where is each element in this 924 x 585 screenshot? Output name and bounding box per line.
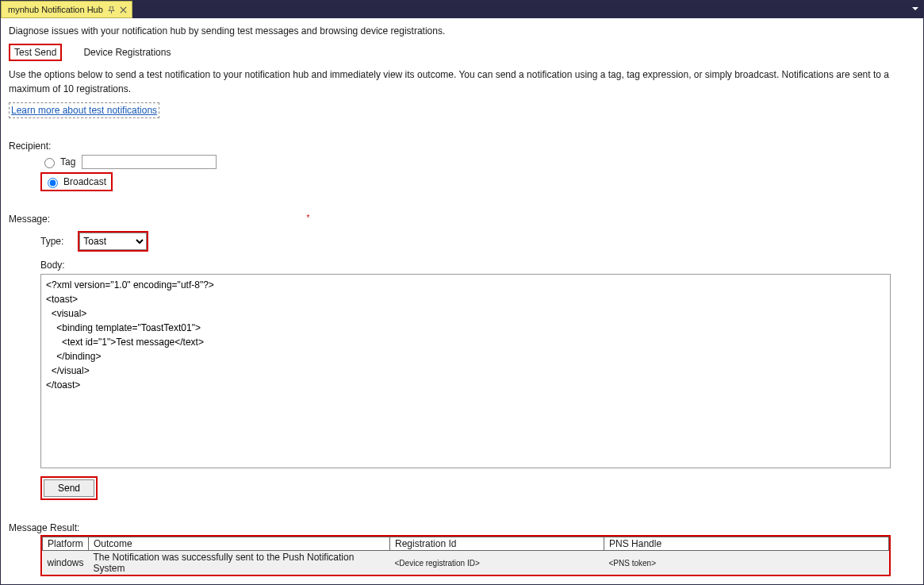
- message-body-textarea[interactable]: [40, 274, 891, 468]
- message-type-select[interactable]: Toast: [79, 233, 147, 250]
- cell-pns-handle: <PNS token>: [604, 551, 889, 575]
- send-button[interactable]: Send: [44, 479, 94, 497]
- title-bar: mynhub Notification Hub: [1, 1, 923, 18]
- result-table: Platform Outcome Registration Id PNS Han…: [42, 537, 889, 575]
- cell-registration-id: <Device registration ID>: [390, 551, 604, 575]
- recipient-broadcast-radio[interactable]: [48, 178, 58, 188]
- table-row: windows The Notification was successfull…: [43, 551, 889, 575]
- recipient-tag-row: Tag: [40, 155, 915, 169]
- message-body-label: Body:: [9, 260, 915, 271]
- message-result-label: Message Result:: [9, 522, 915, 533]
- col-platform: Platform: [43, 537, 89, 551]
- recipient-label: Recipient:: [9, 140, 915, 152]
- tab-test-send[interactable]: Test Send: [9, 44, 62, 61]
- tab-device-registrations[interactable]: Device Registrations: [78, 44, 176, 61]
- learn-more-link[interactable]: Learn more about test notifications: [9, 102, 159, 118]
- required-star-icon: *: [306, 214, 309, 222]
- col-outcome: Outcome: [89, 537, 390, 551]
- recipient-broadcast-row: Broadcast: [40, 172, 113, 191]
- result-table-highlight: Platform Outcome Registration Id PNS Han…: [40, 535, 891, 576]
- recipient-tag-label: Tag: [60, 156, 75, 167]
- sub-tabs: Test Send Device Registrations: [9, 44, 915, 61]
- message-type-highlight: Toast: [78, 231, 148, 252]
- instructions-text: Use the options below to send a test not…: [9, 67, 915, 96]
- message-label: Message: *: [9, 214, 915, 225]
- send-highlight: Send: [40, 476, 98, 500]
- recipient-tag-input[interactable]: [82, 155, 217, 169]
- pin-icon[interactable]: [108, 6, 115, 13]
- col-registration-id: Registration Id: [390, 537, 604, 551]
- cell-outcome: The Notification was successfully sent t…: [89, 551, 390, 575]
- recipient-broadcast-label: Broadcast: [63, 176, 106, 187]
- cell-platform: windows: [43, 551, 89, 575]
- col-pns-handle: PNS Handle: [604, 537, 889, 551]
- recipient-tag-radio[interactable]: [44, 158, 55, 168]
- message-type-label: Type:: [40, 236, 63, 247]
- page-description: Diagnose issues with your notification h…: [9, 25, 915, 37]
- window-tab-title: mynhub Notification Hub: [8, 5, 103, 14]
- window-menu-icon[interactable]: [911, 4, 920, 13]
- window-tab[interactable]: mynhub Notification Hub: [1, 1, 132, 18]
- close-icon[interactable]: [120, 6, 127, 13]
